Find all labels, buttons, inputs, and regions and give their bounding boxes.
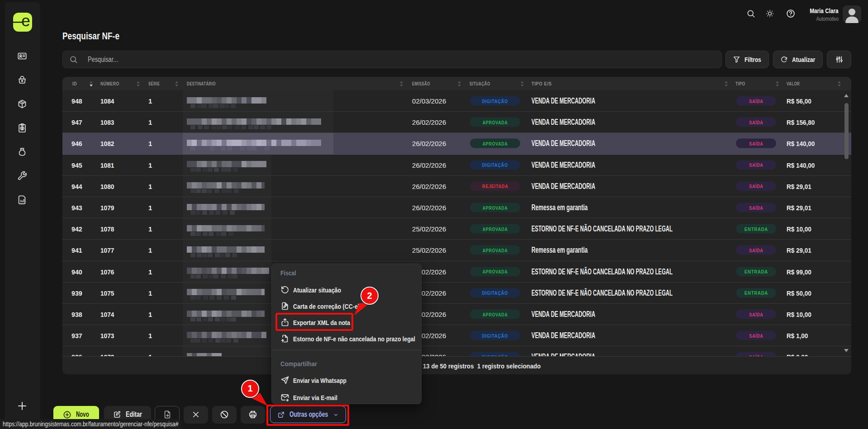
svg-text:e: e (21, 13, 30, 29)
